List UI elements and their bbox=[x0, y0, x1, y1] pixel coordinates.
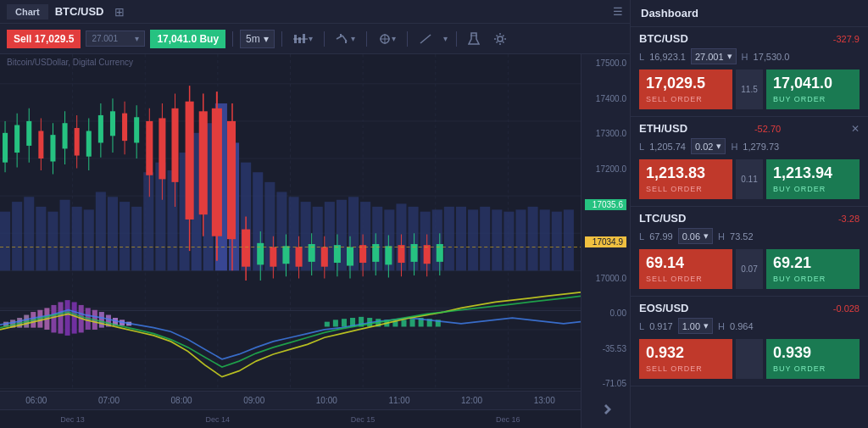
svg-rect-6 bbox=[340, 34, 342, 37]
drawing-button[interactable] bbox=[415, 31, 437, 47]
pair-eth-buy-price: 1,213.94 bbox=[773, 164, 853, 182]
svg-rect-70 bbox=[456, 207, 466, 270]
pair-eth-high: 1,279.73 bbox=[743, 142, 779, 152]
chart-type-button[interactable]: ▾ bbox=[331, 31, 359, 47]
svg-rect-76 bbox=[528, 207, 538, 270]
svg-rect-35 bbox=[36, 207, 46, 270]
chart-area[interactable]: Bitcoin/USDollar, Digital Currency bbox=[0, 54, 630, 428]
svg-rect-119 bbox=[242, 230, 250, 267]
svg-rect-182 bbox=[401, 320, 406, 326]
svg-rect-1 bbox=[298, 37, 301, 43]
pair-eth-close-button[interactable]: ✕ bbox=[851, 123, 860, 135]
price-17000: 17000.0 bbox=[585, 274, 626, 283]
chart-type-icon bbox=[336, 33, 351, 45]
separator-3 bbox=[324, 31, 325, 47]
svg-rect-101 bbox=[122, 114, 127, 141]
svg-marker-187 bbox=[604, 404, 611, 414]
svg-rect-38 bbox=[72, 207, 82, 270]
pair-eos-sell-price: 0.932 bbox=[646, 344, 726, 362]
svg-rect-46 bbox=[167, 170, 177, 270]
svg-rect-73 bbox=[492, 209, 502, 270]
chart-subtitle: Bitcoin/USDollar, Digital Currency bbox=[7, 58, 133, 67]
date-axis: Dec 13 Dec 14 Dec 15 Dec 16 bbox=[0, 409, 581, 428]
price-osc-0: 0.00 bbox=[585, 308, 626, 318]
svg-rect-71 bbox=[468, 209, 478, 270]
svg-rect-87 bbox=[38, 131, 43, 158]
pair-eth-sell-label: SELL ORDER bbox=[646, 185, 703, 193]
separator-4 bbox=[366, 31, 367, 47]
svg-rect-164 bbox=[72, 302, 77, 333]
scroll-controls[interactable] bbox=[581, 391, 630, 428]
timeframe-value: 5m bbox=[246, 33, 260, 45]
pair-eos-spread-dropdown[interactable]: 1.00 ▾ bbox=[678, 318, 713, 334]
pair-ltc-change: -3.28 bbox=[838, 214, 860, 224]
flask-icon bbox=[468, 32, 480, 46]
pair-eos-buy-box[interactable]: 0.939 BUY ORDER bbox=[766, 339, 860, 379]
timeframe-arrow: ▾ bbox=[264, 33, 269, 45]
svg-rect-163 bbox=[65, 300, 70, 336]
pair-eth-low: 1,205.74 bbox=[649, 142, 686, 152]
separator-1 bbox=[232, 31, 233, 47]
svg-rect-131 bbox=[321, 247, 328, 266]
time-1100: 11:00 bbox=[388, 396, 409, 405]
pair-btc-high: 17,530.0 bbox=[754, 52, 790, 62]
pair-card-eos: EOS/USD -0.028 L 0.917 1.00 ▾ H 0.964 0.… bbox=[631, 297, 868, 386]
pair-btc-buy-box[interactable]: 17,041.0 BUY ORDER bbox=[766, 69, 860, 109]
indicators-button[interactable]: ▾ bbox=[289, 31, 317, 47]
pair-eos-stats: L 0.917 1.00 ▾ H 0.964 bbox=[639, 318, 860, 334]
pair-btc-sell-box[interactable]: 17,029.5 SELL ORDER bbox=[639, 69, 732, 109]
svg-rect-117 bbox=[227, 121, 236, 239]
pair-ltc-prices: 69.14 SELL ORDER 0.07 69.21 BUY ORDER bbox=[639, 249, 860, 289]
chart-tab[interactable]: Chart bbox=[7, 4, 48, 19]
pair-eth-buy-box[interactable]: 1,213.94 BUY ORDER bbox=[766, 159, 860, 199]
settings-button[interactable] bbox=[489, 31, 511, 47]
pair-card-eth: ETH/USD -52.70 ✕ L 1,205.74 0.02 ▾ H 1,2… bbox=[631, 117, 868, 207]
svg-rect-41 bbox=[108, 197, 118, 270]
svg-rect-74 bbox=[504, 212, 514, 271]
svg-rect-39 bbox=[84, 209, 94, 270]
timeframe-selector[interactable]: 5m ▾ bbox=[240, 30, 275, 48]
pair-eth-spread-badge: 0.11 bbox=[736, 159, 763, 199]
svg-rect-89 bbox=[50, 135, 55, 161]
buy-button[interactable]: 17,041.0 Buy bbox=[150, 30, 225, 48]
svg-rect-69 bbox=[444, 207, 454, 270]
pair-eth-name: ETH/USD bbox=[639, 122, 687, 135]
indicators-icon bbox=[293, 33, 309, 45]
svg-rect-162 bbox=[58, 302, 64, 333]
svg-rect-174 bbox=[333, 320, 338, 326]
chart-menu-icon[interactable]: ☰ bbox=[613, 5, 623, 18]
flask-button[interactable] bbox=[464, 31, 484, 47]
svg-rect-135 bbox=[347, 247, 353, 265]
scroll-icon bbox=[599, 403, 613, 416]
svg-rect-107 bbox=[159, 118, 165, 179]
pair-btc-sell-label: SELL ORDER bbox=[646, 95, 703, 103]
price-input[interactable]: 27.001 ▾ bbox=[86, 31, 145, 47]
price-17200: 17200.0 bbox=[585, 164, 626, 174]
pair-ltc-spread-dropdown[interactable]: 0.06 ▾ bbox=[678, 228, 713, 244]
symbol-edit-icon[interactable]: ⊞ bbox=[114, 5, 125, 19]
pair-eos-sell-box[interactable]: 0.932 SELL ORDER bbox=[639, 339, 732, 379]
crosshair-button[interactable]: ▾ bbox=[374, 31, 400, 47]
pair-btc-stats: L 16,923.1 27.001 ▾ H 17,530.0 bbox=[639, 48, 860, 64]
pair-eos-prices: 0.932 SELL ORDER 0.939 BUY ORDER bbox=[639, 339, 860, 379]
price-17500: 17500.0 bbox=[585, 58, 626, 68]
svg-rect-7 bbox=[345, 40, 347, 43]
pair-eos-high: 0.964 bbox=[730, 321, 754, 331]
pair-eth-spread-dropdown[interactable]: 0.02 ▾ bbox=[691, 138, 726, 154]
pair-eth-sell-box[interactable]: 1,213.83 SELL ORDER bbox=[639, 159, 732, 199]
price-17400: 17400.0 bbox=[585, 94, 626, 103]
sell-button[interactable]: Sell 17,029.5 bbox=[7, 30, 81, 48]
pair-eth-header: ETH/USD -52.70 ✕ bbox=[639, 122, 860, 135]
pair-btc-spread-dropdown[interactable]: 27.001 ▾ bbox=[691, 48, 737, 64]
pair-ltc-spread-badge: 0.07 bbox=[736, 249, 763, 289]
pair-ltc-buy-box[interactable]: 69.21 BUY ORDER bbox=[766, 249, 860, 289]
drawing-arrow[interactable]: ▾ bbox=[442, 34, 449, 43]
svg-rect-111 bbox=[186, 102, 194, 220]
svg-rect-36 bbox=[47, 212, 58, 271]
pair-btc-low: 16,923.1 bbox=[649, 52, 686, 62]
pair-eos-name: EOS/USD bbox=[639, 302, 689, 314]
price-value: 27.001 bbox=[92, 34, 118, 43]
price-axis: 17500.0 17400.0 17300.0 17200.0 17035.6 … bbox=[581, 54, 630, 428]
pair-ltc-buy-price: 69.21 bbox=[773, 254, 853, 272]
pair-ltc-sell-box[interactable]: 69.14 SELL ORDER bbox=[639, 249, 732, 289]
